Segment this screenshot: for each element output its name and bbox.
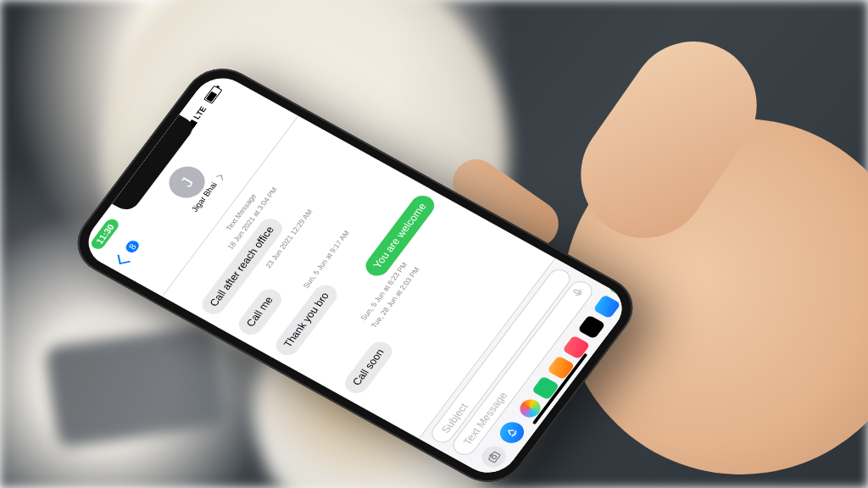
chevron-left-icon bbox=[117, 252, 130, 264]
camera-button[interactable] bbox=[477, 442, 510, 471]
svg-rect-1 bbox=[488, 452, 500, 463]
svg-point-2 bbox=[492, 455, 498, 460]
message-incoming[interactable]: Call soon bbox=[341, 338, 398, 397]
app-pay[interactable] bbox=[577, 314, 606, 339]
app-store[interactable] bbox=[593, 294, 621, 319]
carrier-label: LTE bbox=[192, 105, 208, 121]
app-store-button[interactable] bbox=[495, 419, 528, 447]
svg-rect-0 bbox=[573, 289, 580, 294]
chevron-right-icon bbox=[216, 175, 223, 180]
back-unread-badge: 8 bbox=[124, 239, 142, 255]
battery-icon bbox=[202, 86, 223, 107]
